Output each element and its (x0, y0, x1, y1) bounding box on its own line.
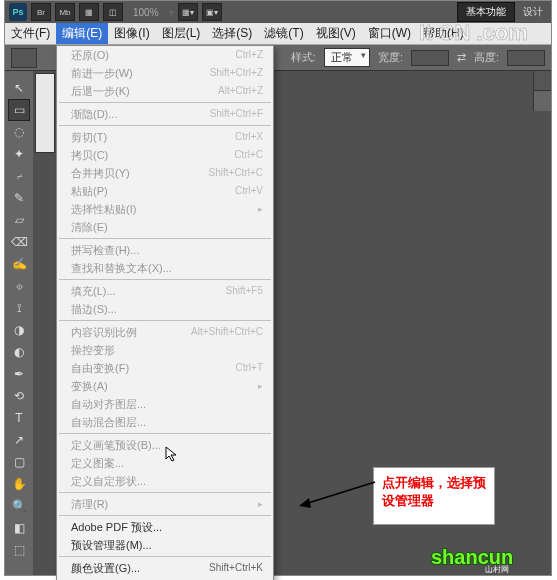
menu-item-shortcut (256, 496, 263, 512)
tools-panel: ↖▭◌✦⌿✎▱⌫✍⟐⟟◑◐✒⟲T↗▢✋🔍◧⬚ (5, 71, 33, 575)
menu-item-shortcut (256, 378, 263, 394)
menu-window[interactable]: 窗口(W) (362, 23, 417, 44)
menu-item: 选择性粘贴(I) (57, 200, 273, 218)
menu-item: 拷贝(C)Ctrl+C (57, 146, 273, 164)
bridge-button[interactable]: Br (31, 3, 51, 21)
right-collapsed-panel[interactable] (533, 71, 551, 111)
menu-item-label: 拼写检查(H)... (71, 242, 139, 258)
menu-item-label: 操控变形 (71, 342, 115, 358)
workspace-selector[interactable]: 基本功能 (457, 2, 515, 22)
menu-item: 变换(A) (57, 377, 273, 395)
menu-item-label: 自动混合图层... (71, 414, 146, 430)
menu-item-shortcut: Ctrl+C (234, 147, 263, 163)
menu-separator (59, 279, 271, 280)
menu-item: 查找和替换文本(X)... (57, 259, 273, 277)
tool-8[interactable]: ✍ (8, 253, 30, 275)
style-select[interactable]: 正常 (324, 48, 370, 67)
menu-bar: 文件(F) 编辑(E) 图像(I) 图层(L) 选择(S) 滤镜(T) 视图(V… (5, 23, 551, 45)
tool-0[interactable]: ↖ (8, 77, 30, 99)
menu-item-shortcut: Ctrl+T (236, 360, 264, 376)
tool-20[interactable]: ◧ (8, 517, 30, 539)
menu-item[interactable]: 颜色设置(G)...Shift+Ctrl+K (57, 559, 273, 577)
menu-item: 还原(O)Ctrl+Z (57, 46, 273, 64)
swap-icon[interactable]: ⇄ (457, 51, 466, 64)
menu-item-shortcut (256, 201, 263, 217)
menu-item-shortcut: Alt+Ctrl+Z (218, 83, 263, 99)
mb-button[interactable]: Mb (55, 3, 75, 21)
menu-item-label: 内容识别比例 (71, 324, 137, 340)
tool-11[interactable]: ◑ (8, 319, 30, 341)
width-label: 宽度: (378, 50, 403, 65)
tool-16[interactable]: ↗ (8, 429, 30, 451)
tool-15[interactable]: T (8, 407, 30, 429)
menu-view[interactable]: 视图(V) (310, 23, 362, 44)
app-bar: Ps Br Mb ▦ ◫ 100% ▾ ▦▾ ▣▾ 基本功能 设计 (5, 1, 551, 23)
svg-marker-1 (299, 498, 311, 508)
tool-12[interactable]: ◐ (8, 341, 30, 363)
menu-item-shortcut: Alt+Shift+Ctrl+C (191, 324, 263, 340)
menu-item: 操控变形 (57, 341, 273, 359)
tool-17[interactable]: ▢ (8, 451, 30, 473)
zoom-level[interactable]: 100% (127, 7, 165, 18)
menu-separator (59, 492, 271, 493)
menu-item: 清除(E) (57, 218, 273, 236)
tool-9[interactable]: ⟐ (8, 275, 30, 297)
workspace-design[interactable]: 设计 (519, 5, 547, 19)
menu-item[interactable]: 预设管理器(M)... (57, 536, 273, 554)
tool-6[interactable]: ▱ (8, 209, 30, 231)
tool-preset-icon[interactable] (11, 48, 37, 68)
menu-layer[interactable]: 图层(L) (156, 23, 207, 44)
tool-10[interactable]: ⟟ (8, 297, 30, 319)
menu-item-label: 合并拷贝(Y) (71, 165, 130, 181)
tool-7[interactable]: ⌫ (8, 231, 30, 253)
menu-item-label: 后退一步(K) (71, 83, 130, 99)
menu-item-label: 渐隐(D)... (71, 106, 117, 122)
menu-item: 定义自定形状... (57, 472, 273, 490)
menu-item[interactable]: Adobe PDF 预设... (57, 518, 273, 536)
height-field[interactable] (507, 50, 545, 66)
separator: ▾ (169, 7, 174, 18)
menu-separator (59, 556, 271, 557)
screen-mode-button[interactable]: ▣▾ (202, 3, 222, 21)
tool-14[interactable]: ⟲ (8, 385, 30, 407)
menu-edit[interactable]: 编辑(E) (56, 23, 108, 44)
menu-item-label: 定义图案... (71, 455, 124, 471)
grid-button[interactable]: ▦ (79, 3, 99, 21)
annotation-callout: 点开编辑，选择预设管理器 (373, 467, 495, 525)
menu-item-label: 剪切(T) (71, 129, 107, 145)
tool-19[interactable]: 🔍 (8, 495, 30, 517)
menu-item: 填充(L)...Shift+F5 (57, 282, 273, 300)
tool-21[interactable]: ⬚ (8, 539, 30, 561)
tool-3[interactable]: ✦ (8, 143, 30, 165)
menu-item-shortcut: Shift+Ctrl+Z (210, 65, 263, 81)
panel-button[interactable]: ◫ (103, 3, 123, 21)
tool-2[interactable]: ◌ (8, 121, 30, 143)
height-label: 高度: (474, 50, 499, 65)
menu-item-label: 拷贝(C) (71, 147, 108, 163)
tool-1[interactable]: ▭ (8, 99, 30, 121)
menu-image[interactable]: 图像(I) (108, 23, 155, 44)
menu-item-shortcut: Shift+Ctrl+K (209, 560, 263, 576)
document-window[interactable] (35, 73, 55, 153)
tool-4[interactable]: ⌿ (8, 165, 30, 187)
menu-item: 自动对齐图层... (57, 395, 273, 413)
tool-13[interactable]: ✒ (8, 363, 30, 385)
menu-item-label: 粘贴(P) (71, 183, 108, 199)
menu-help[interactable]: 帮助(H) (417, 23, 470, 44)
panel-tab[interactable] (534, 71, 551, 91)
tool-5[interactable]: ✎ (8, 187, 30, 209)
menu-item-label: 自由变换(F) (71, 360, 129, 376)
arrange-button[interactable]: ▦▾ (178, 3, 198, 21)
menu-select[interactable]: 选择(S) (206, 23, 258, 44)
menu-filter[interactable]: 滤镜(T) (258, 23, 309, 44)
menu-item-shortcut: Ctrl+V (235, 183, 263, 199)
tool-18[interactable]: ✋ (8, 473, 30, 495)
menu-file[interactable]: 文件(F) (5, 23, 56, 44)
width-field[interactable] (411, 50, 449, 66)
menu-item-label: 清理(R) (71, 496, 108, 512)
menu-item-label: 前进一步(W) (71, 65, 133, 81)
svg-line-0 (305, 482, 375, 504)
menu-separator (59, 320, 271, 321)
menu-item: 定义图案... (57, 454, 273, 472)
menu-item-label: 预设管理器(M)... (71, 537, 152, 553)
